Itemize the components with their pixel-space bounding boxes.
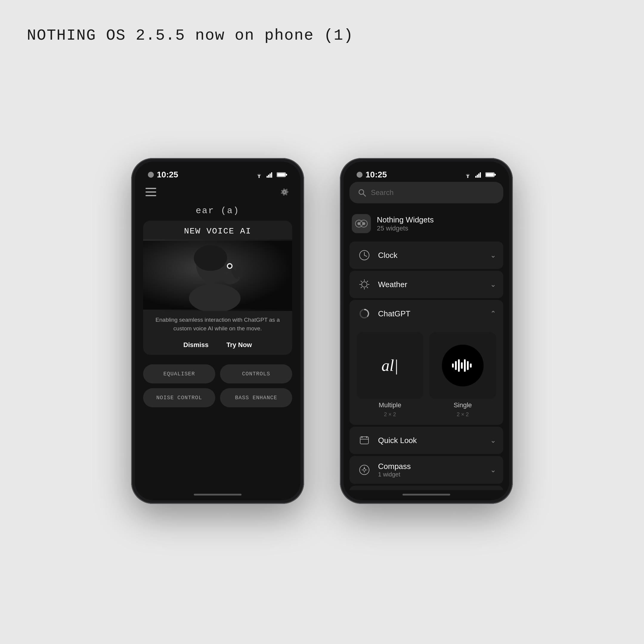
phone-1-screen: 10:25: [135, 162, 301, 500]
svg-rect-51: [458, 359, 460, 372]
weather-icon: [357, 277, 372, 292]
search-placeholder: Search: [371, 188, 394, 197]
nothing-info: Nothing Widgets 25 widgets: [377, 215, 434, 232]
phone-1: 10:25: [131, 158, 304, 504]
status-icons-2: [463, 171, 496, 178]
svg-rect-6: [277, 173, 285, 177]
svg-rect-50: [455, 361, 457, 370]
chatgpt-header[interactable]: ChatGPT ⌃: [349, 300, 503, 327]
svg-point-19: [228, 264, 232, 268]
equaliser-button[interactable]: EQUALISER: [143, 364, 215, 383]
dismiss-button[interactable]: Dismiss: [183, 341, 208, 349]
svg-rect-29: [486, 173, 494, 177]
svg-point-16: [194, 245, 227, 271]
status-bar-1: 10:25: [135, 162, 301, 182]
bottom-buttons: EQUALISER CONTROLS NOISE CONTROL BASS EN…: [143, 364, 292, 407]
compass-icon: [357, 462, 372, 478]
quicklook-label: Quick Look: [378, 436, 490, 445]
promo-title: NEW VOICE AI: [143, 221, 292, 239]
notch-2: [416, 173, 434, 177]
single-widget[interactable]: Single 2 × 2: [429, 332, 496, 418]
svg-rect-25: [477, 175, 478, 178]
bottom-row-2: NOISE CONTROL BASS ENHANCE: [143, 388, 292, 407]
svg-rect-8: [145, 188, 156, 189]
svg-rect-26: [478, 174, 479, 178]
svg-rect-1: [267, 176, 268, 178]
compass-info: Compass 1 widget: [378, 462, 490, 478]
svg-rect-3: [270, 174, 271, 178]
controls-button[interactable]: CONTROLS: [220, 364, 292, 383]
phone1-content: ear (a) NEW VOICE AI: [135, 182, 301, 490]
quicklook-chevron: ⌄: [490, 436, 496, 445]
settings-icon[interactable]: [279, 187, 290, 199]
compass-sublabel: 1 widget: [378, 471, 490, 478]
multiple-widget-label: Multiple: [379, 401, 401, 409]
promo-description: Enabling seamless interaction with ChatG…: [143, 311, 292, 338]
hamburger-icon[interactable]: [145, 188, 156, 197]
weather-widget-item[interactable]: Weather ⌄: [349, 271, 503, 298]
bottom-row-1: EQUALISER CONTROLS: [143, 364, 292, 383]
clock-chevron: ⌄: [490, 251, 496, 259]
signal-icon-2: [475, 172, 482, 178]
promo-card: NEW VOICE AI: [143, 221, 292, 355]
svg-rect-10: [145, 195, 156, 196]
clock-widget-item[interactable]: Clock ⌄: [349, 241, 503, 269]
svg-point-35: [357, 222, 360, 225]
nothing-widgets-icon: [352, 214, 371, 233]
svg-line-39: [364, 255, 367, 256]
svg-line-46: [367, 287, 368, 288]
svg-line-47: [367, 281, 368, 282]
chatgpt-label: ChatGPT: [378, 309, 490, 318]
chatgpt-widget-item: ChatGPT ⌃ al| Multiple 2 × 2: [349, 300, 503, 425]
noise-control-button[interactable]: NOISE CONTROL: [143, 388, 215, 407]
bass-enhance-button[interactable]: BASS ENHANCE: [220, 388, 292, 407]
svg-point-23: [467, 177, 468, 178]
svg-rect-2: [268, 175, 269, 178]
svg-line-48: [361, 287, 362, 288]
search-icon: [358, 188, 366, 197]
signal-icon: [267, 172, 274, 178]
page-title: NOTHING OS 2.5.5 now on phone (1): [27, 27, 354, 44]
svg-rect-30: [494, 174, 496, 176]
quicklook-widget-item[interactable]: Quick Look ⌄: [349, 427, 503, 454]
svg-line-32: [363, 194, 366, 196]
svg-rect-49: [452, 363, 454, 368]
home-indicator-2[interactable]: [403, 494, 450, 496]
compass-label: Compass: [378, 462, 490, 471]
location-dot-2: [357, 172, 363, 178]
chatgpt-widgets-expanded: al| Multiple 2 × 2: [349, 327, 503, 425]
svg-rect-55: [470, 363, 472, 368]
widget-list: Clock ⌄: [349, 241, 503, 490]
search-bar[interactable]: Search: [349, 182, 503, 203]
clock-icon: [357, 247, 372, 263]
svg-rect-58: [361, 436, 363, 438]
battery-icon-2: [485, 172, 496, 177]
mediaplayer-widget-item[interactable]: Media Player 1 widget ⌄: [349, 486, 503, 490]
chatgpt-icon: [357, 306, 372, 321]
multiple-widget[interactable]: al| Multiple 2 × 2: [357, 332, 423, 418]
audio-wave-icon: [451, 358, 475, 373]
svg-rect-24: [475, 176, 476, 178]
svg-point-0: [258, 177, 260, 178]
svg-rect-53: [464, 359, 466, 372]
battery-icon: [277, 172, 287, 177]
svg-rect-27: [480, 172, 481, 178]
svg-rect-9: [145, 191, 156, 193]
compass-widget-item[interactable]: Compass 1 widget ⌄: [349, 456, 503, 484]
svg-point-40: [362, 282, 367, 287]
svg-rect-4: [271, 172, 272, 178]
home-indicator-1[interactable]: [194, 494, 241, 496]
single-widget-label: Single: [453, 401, 472, 409]
device-name: ear (a): [143, 203, 292, 221]
clock-label: Clock: [378, 251, 490, 260]
try-now-button[interactable]: Try Now: [226, 341, 252, 349]
status-bar-2: 10:25: [343, 162, 509, 182]
ai-text-icon: al|: [382, 356, 399, 375]
svg-rect-59: [366, 436, 367, 438]
phone2-content: Search Nothing Widgets: [343, 182, 509, 490]
location-dot: [148, 172, 154, 178]
nothing-widgets-title: Nothing Widgets: [377, 215, 434, 225]
svg-point-61: [363, 469, 366, 471]
svg-rect-52: [461, 362, 463, 369]
promo-actions: Dismiss Try Now: [143, 338, 292, 355]
